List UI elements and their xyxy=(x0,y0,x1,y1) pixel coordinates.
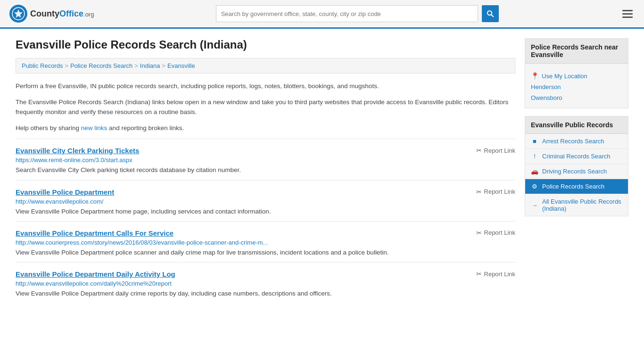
svg-line-3 xyxy=(491,15,494,17)
sidebar-nearby-henderson[interactable]: Henderson xyxy=(531,82,622,92)
result-desc-1: View Evansville Police Department home p… xyxy=(16,207,515,216)
report-icon-0: ✂ xyxy=(476,147,482,154)
sidebar-item-all-records[interactable]: → All Evansville Public Records (Indiana… xyxy=(525,194,628,216)
result-item: Evansville Police Department Calls For S… xyxy=(16,221,515,262)
content-area: Evansville Police Records Search (Indian… xyxy=(16,38,515,303)
breadcrumb-evansville[interactable]: Evansville xyxy=(167,62,195,69)
report-icon-1: ✂ xyxy=(476,188,482,196)
logo-area: CountyOffice.org xyxy=(9,5,94,23)
logo-icon xyxy=(9,5,27,23)
arrow-right-icon: → xyxy=(531,202,538,209)
search-area xyxy=(216,5,499,22)
sidebar: Police Records Search near Evansville 📍 … xyxy=(525,38,628,303)
report-link-2[interactable]: ✂ Report Link xyxy=(476,229,515,237)
menu-button[interactable] xyxy=(620,8,635,20)
search-button[interactable] xyxy=(482,5,499,22)
result-url-2[interactable]: http://www.courierpress.com/story/news/2… xyxy=(16,239,515,246)
breadcrumb-police-records[interactable]: Police Records Search xyxy=(70,62,132,69)
results-list: Evansville City Clerk Parking Tickets ✂ … xyxy=(16,139,515,303)
result-url-0[interactable]: https://www.remit-online.com/3.0/start.a… xyxy=(16,156,515,164)
driving-icon: 🚗 xyxy=(531,168,538,175)
arrest-icon: ■ xyxy=(531,138,538,145)
sidebar-nearby-body: 📍 Use My Location Henderson Owensboro xyxy=(525,64,628,108)
report-icon-2: ✂ xyxy=(476,229,482,237)
sidebar-item-arrest-records[interactable]: ■ Arrest Records Search xyxy=(525,134,628,149)
breadcrumb: Public Records > Police Records Search >… xyxy=(16,58,515,74)
sidebar-public-records-section: Evansville Public Records ■ Arrest Recor… xyxy=(525,116,628,216)
svg-point-2 xyxy=(487,11,492,15)
main-container: Evansville Police Records Search (Indian… xyxy=(6,29,638,313)
location-pin-icon: 📍 xyxy=(531,72,539,80)
report-icon-3: ✂ xyxy=(476,270,482,278)
breadcrumb-public-records[interactable]: Public Records xyxy=(22,62,63,69)
result-title-3[interactable]: Evansville Police Department Daily Activ… xyxy=(16,270,175,278)
sidebar-item-police-records[interactable]: ⚙ Police Records Search xyxy=(525,179,628,194)
new-links-link[interactable]: new links xyxy=(81,124,107,132)
logo-text: CountyOffice.org xyxy=(30,9,94,19)
result-item: Evansville City Clerk Parking Tickets ✂ … xyxy=(16,139,515,180)
report-link-1[interactable]: ✂ Report Link xyxy=(476,188,515,196)
report-link-3[interactable]: ✂ Report Link xyxy=(476,270,515,278)
result-desc-2: View Evansville Police Department police… xyxy=(16,248,515,257)
page-title: Evansville Police Records Search (Indian… xyxy=(16,38,515,51)
description-3: Help others by sharing new links and rep… xyxy=(16,123,515,133)
sidebar-nearby-section: Police Records Search near Evansville 📍 … xyxy=(525,38,628,108)
sidebar-item-driving-records[interactable]: 🚗 Driving Records Search xyxy=(525,164,628,179)
use-location-button[interactable]: 📍 Use My Location xyxy=(531,68,622,82)
result-title-2[interactable]: Evansville Police Department Calls For S… xyxy=(16,229,173,237)
result-title-0[interactable]: Evansville City Clerk Parking Tickets xyxy=(16,147,139,155)
result-desc-0: Search Evansville City Clerk parking tic… xyxy=(16,165,515,175)
result-item: Evansville Police Department Daily Activ… xyxy=(16,262,515,303)
sidebar-item-criminal-records[interactable]: ! Criminal Records Search xyxy=(525,149,628,164)
result-url-1[interactable]: http://www.evansvillepolice.com/ xyxy=(16,198,515,205)
breadcrumb-indiana[interactable]: Indiana xyxy=(140,62,160,69)
result-desc-3: View Evansville Police Department daily … xyxy=(16,289,515,298)
sidebar-public-title: Evansville Public Records xyxy=(525,116,628,134)
description-section: Perform a free Evansville, IN public pol… xyxy=(16,81,515,133)
sidebar-nearby-title: Police Records Search near Evansville xyxy=(525,39,628,64)
result-title-1[interactable]: Evansville Police Department xyxy=(16,188,114,196)
description-1: Perform a free Evansville, IN public pol… xyxy=(16,81,515,91)
search-input[interactable] xyxy=(216,5,478,22)
criminal-icon: ! xyxy=(531,153,538,160)
result-url-3[interactable]: http://www.evansvillepolice.com/daily%20… xyxy=(16,280,515,287)
description-2: The Evansville Police Records Search (In… xyxy=(16,97,515,117)
sidebar-nearby-owensboro[interactable]: Owensboro xyxy=(531,92,622,103)
site-header: CountyOffice.org xyxy=(0,0,644,29)
police-icon: ⚙ xyxy=(531,183,538,190)
report-link-0[interactable]: ✂ Report Link xyxy=(476,147,515,154)
result-item: Evansville Police Department ✂ Report Li… xyxy=(16,180,515,221)
